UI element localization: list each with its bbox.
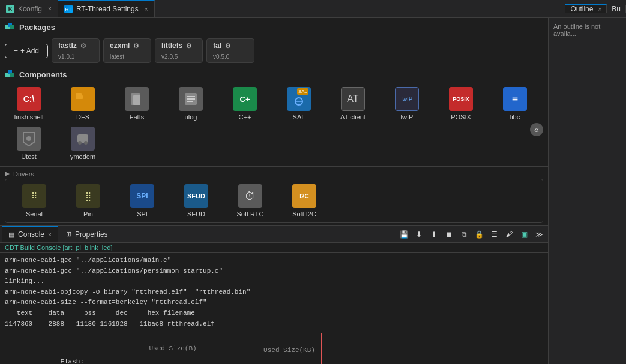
tab-rt-close[interactable]: × [145,6,148,13]
component-lwip[interactable]: lwIP lwIP [383,87,431,121]
bottom-console-area: ▤ Console × ⊞ Properties 💾 ⬇ ⬆ ⏹ ⧉ 🔒 ☰ [0,225,548,364]
size-b-header: Used Size(B) [94,333,197,364]
collapse-button[interactable]: « [530,123,543,136]
soft-i2c-icon: I2C [292,184,316,208]
component-fatfs[interactable]: Fatfs [113,87,161,121]
ezxml-gear-icon[interactable]: ⚙ [133,42,139,50]
driver-spi[interactable]: SPI SPI [118,184,166,218]
outline-tab-close[interactable]: × [598,6,601,13]
serial-label: Serial [26,210,43,218]
driver-soft-rtc[interactable]: ⏱ Soft RTC [226,184,274,218]
console-toolbar: 💾 ⬇ ⬆ ⏹ ⧉ 🔒 ☰ 🖌 ▣ ≫ [397,228,546,241]
tab-kconfig[interactable]: K Kconfig × [0,0,58,17]
component-cpp[interactable]: C+ C++ [221,87,269,121]
console-tool-save[interactable]: 💾 [397,228,411,241]
posix-label: POSIX [451,113,471,121]
utest-icon [17,127,41,151]
littlefs-gear-icon[interactable]: ⚙ [186,42,192,50]
component-ulog[interactable]: ulog [167,87,215,121]
console-tool-brush[interactable]: 🖌 [502,228,516,241]
tab-outline[interactable]: Outline × [565,4,607,13]
svg-rect-2 [10,25,14,29]
utest-label: Utest [21,153,37,160]
component-sal[interactable]: SAL SAL [275,87,323,121]
console-line-7: 1147860 2888 11180 1161928 11bac8 rtthre… [5,319,543,330]
ulog-label: ulog [185,113,197,121]
pin-label: Pin [83,210,93,218]
driver-sfud[interactable]: SFUD SFUD [172,184,220,218]
memory-col-b: Used Size(B) 1150748 B 14068 B [94,333,197,364]
tab-kconfig-close[interactable]: × [48,5,52,12]
console-tool-down[interactable]: ⬇ [412,228,426,241]
fal-version: v0.5.0 [213,53,229,60]
posix-icon: POSIX [449,87,473,111]
pkg-fal[interactable]: fal ⚙ v0.5.0 [206,38,254,63]
console-output[interactable]: arm-none-eabi-gcc "../applications/main.… [0,253,548,364]
libc-icon: ≡ [503,87,527,111]
console-tool-lock[interactable]: 🔒 [472,228,486,241]
fastlz-gear-icon[interactable]: ⚙ [80,42,86,50]
console-tool-up[interactable]: ⬆ [427,228,441,241]
component-posix[interactable]: POSIX POSIX [437,87,485,121]
center-content: Packages + + Add fastlz ⚙ v1.0.1 ezxml ⚙ [0,18,548,364]
tab-kconfig-label: Kconfig [18,5,42,13]
svg-point-18 [26,136,31,141]
tab-bu[interactable]: Bu [607,5,626,13]
pin-icon: ⣿ [76,184,100,208]
console-tool-more[interactable]: ≫ [532,228,546,241]
outline-message: An outline is not availa... [553,23,600,37]
fal-gear-icon[interactable]: ⚙ [225,42,231,50]
console-line-4: arm-none-eabi-objcopy -O binary "rtthrea… [5,287,543,298]
package-tabs: + + Add fastlz ⚙ v1.0.1 ezxml ⚙ latest [0,36,548,65]
memory-table: Flash: RAM: Used Size(B) 1150748 B [5,333,543,364]
components-label: Components [19,70,67,79]
memory-col-labels: Flash: RAM: [5,333,84,364]
ezxml-name: ezxml [110,41,130,50]
littlefs-version: v2.0.5 [161,53,178,60]
add-package-button[interactable]: + + Add [5,44,48,58]
sal-icon: SAL [287,87,311,111]
properties-tab[interactable]: ⊞ Properties [60,226,114,242]
components-header: Components [0,65,548,83]
console-tool-copy[interactable]: ⧉ [457,228,471,241]
console-tool-list[interactable]: ☰ [487,228,501,241]
properties-tab-label: Properties [75,230,108,239]
components-icon [5,69,16,80]
console-line-3: linking... [5,276,543,287]
littlefs-name: littlefs [161,41,182,50]
outline-panel: An outline is not availa... [548,18,626,364]
ymodem-label: ymodem [70,153,95,160]
cpp-icon: C+ [233,87,257,111]
soft-rtc-icon: ⏱ [238,184,262,208]
pkg-littlefs[interactable]: littlefs ⚙ v2.0.5 [155,38,203,63]
fastlz-version: v1.0.1 [58,53,74,60]
spi-label: SPI [137,210,148,218]
driver-soft-i2c[interactable]: I2C Soft I2C [280,184,328,218]
component-at-client[interactable]: AT AT client [329,87,377,121]
console-tab[interactable]: ▤ Console × [2,226,58,242]
serial-icon: ⠿ [22,184,46,208]
component-dfs[interactable]: DFS [59,87,107,121]
fatfs-icon [125,87,149,111]
bu-tab-label: Bu [612,5,621,13]
driver-serial[interactable]: ⠿ Serial [10,184,58,218]
console-line-5: arm-none-eabi-size --format=berkeley "rt… [5,297,543,308]
drivers-label: Drivers [13,170,34,178]
libc-label: libc [510,113,520,121]
pkg-ezxml[interactable]: ezxml ⚙ latest [103,38,151,63]
tab-rt-thread-settings[interactable]: RT RT-Thread Settings × [58,0,155,17]
component-finsh-shell[interactable]: C:\ finsh shell [5,87,53,121]
at-client-label: AT client [340,113,366,121]
component-ymodem[interactable]: ymodem [59,127,107,160]
pkg-fastlz[interactable]: fastlz ⚙ v1.0.1 [52,38,100,63]
svg-rect-8 [76,93,82,97]
console-tool-green[interactable]: ▣ [517,228,531,241]
driver-pin[interactable]: ⣿ Pin [64,184,112,218]
console-tool-stop[interactable]: ⏹ [442,228,456,241]
console-line-2: arm-none-eabi-gcc "../applications/persi… [5,266,543,277]
dfs-label: DFS [76,113,89,121]
component-libc[interactable]: ≡ libc [491,87,539,121]
component-utest[interactable]: Utest [5,127,53,160]
console-tab-close[interactable]: × [48,231,52,238]
drivers-expand-icon[interactable] [5,172,10,176]
